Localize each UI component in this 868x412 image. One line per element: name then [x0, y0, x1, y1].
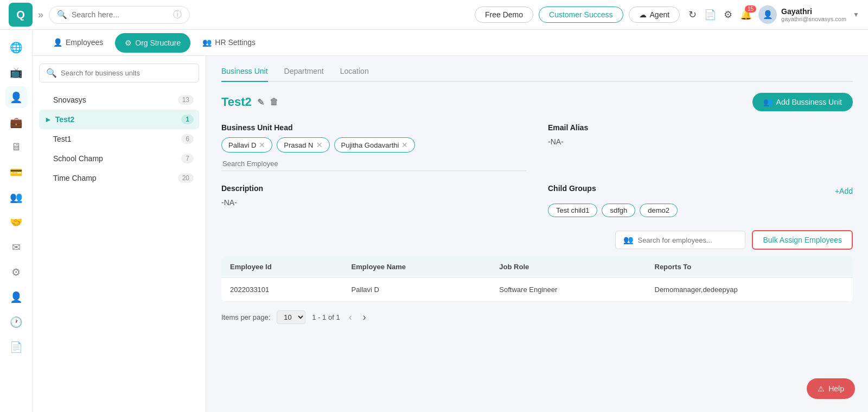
help-button[interactable]: ⚠ Help	[807, 378, 855, 399]
unit-list: Snovasys 13 ► Test2 1 Test1 6 School Cha…	[39, 90, 199, 188]
search-employees-input[interactable]	[637, 236, 737, 244]
search-employees-box: 👥	[615, 231, 745, 249]
email-alias-section: Email Alias -NA-	[548, 123, 853, 171]
cell-employee-id: 2022033101	[221, 278, 343, 302]
col-job-role: Job Role	[490, 256, 646, 278]
agent-button[interactable]: ☁ Agent	[629, 7, 680, 23]
action-row: 👥 Bulk Assign Employees	[221, 230, 853, 250]
col-employee-name: Employee Name	[343, 256, 491, 278]
sidebar-item-mail[interactable]: ✉	[5, 236, 27, 258]
col-employee-id: Employee Id	[221, 256, 343, 278]
document-icon[interactable]: 📄	[704, 9, 716, 21]
sidebar-item-globe[interactable]: 🌐	[5, 36, 27, 58]
tab-org-structure[interactable]: ⚙ Org Structure	[115, 33, 190, 53]
page-title-container: Test2 ✎ 🗑	[221, 95, 278, 109]
customer-success-button[interactable]: Customer Success	[539, 7, 623, 23]
search-units-icon: 🔍	[46, 68, 57, 78]
child-groups-section: Child Groups +Add Test child1 sdfgh demo…	[548, 184, 853, 217]
search-input[interactable]	[72, 10, 170, 19]
sidebar-item-doc[interactable]: 📄	[5, 336, 27, 358]
pagination: Items per page: 10 25 50 1 - 1 of 1 ‹ ›	[221, 310, 853, 324]
bulk-assign-employees-button[interactable]: Bulk Assign Employees	[752, 230, 853, 250]
tab-employees[interactable]: 👤 Employees	[43, 33, 113, 53]
unit-item-time-champ[interactable]: Time Champ 20	[39, 168, 199, 188]
head-tags: Pallavi D ✕ Prasad N ✕ Pujitha Godavarth…	[221, 137, 526, 153]
child-tag-2: sdfgh	[602, 204, 635, 217]
search-units-input[interactable]	[61, 69, 192, 77]
unit-item-test1[interactable]: Test1 6	[39, 129, 199, 149]
unit-item-school-champ[interactable]: School Champ 7	[39, 149, 199, 168]
description-value: -NA-	[221, 198, 526, 207]
sidebar: 🌐 📺 👤 💼 🖥 💳 👥 🤝 ✉ ⚙ 👤 🕐 📄	[0, 30, 33, 412]
left-panel: 🔍 Snovasys 13 ► Test2 1 Test1 6 School C…	[33, 56, 206, 412]
cell-employee-name: Pallavi D	[343, 278, 491, 302]
info-icon: ⓘ	[173, 9, 182, 21]
prev-page-button[interactable]: ‹	[347, 312, 354, 323]
main-layout: 🔍 Snovasys 13 ► Test2 1 Test1 6 School C…	[33, 56, 868, 412]
next-page-button[interactable]: ›	[361, 312, 368, 323]
employee-table: Employee Id Employee Name Job Role Repor…	[221, 256, 853, 302]
tab-hr-settings[interactable]: 👥 HR Settings	[193, 33, 265, 53]
sidebar-item-card[interactable]: 💳	[5, 161, 27, 183]
remove-pallavi[interactable]: ✕	[259, 141, 265, 149]
sidebar-item-team[interactable]: 🤝	[5, 211, 27, 233]
items-per-page-select[interactable]: 10 25 50	[277, 310, 305, 324]
notification-badge: 15	[745, 5, 756, 12]
sidebar-item-monitor[interactable]: 🖥	[5, 136, 27, 158]
org-structure-icon: ⚙	[125, 39, 132, 47]
sidebar-item-gear[interactable]: ⚙	[5, 261, 27, 283]
tag-prasad: Prasad N ✕	[277, 137, 329, 153]
user-name: Gayathri	[781, 7, 846, 16]
email-alias-value: -NA-	[548, 137, 853, 146]
remove-prasad[interactable]: ✕	[316, 141, 323, 149]
sidebar-item-group[interactable]: 👥	[5, 186, 27, 208]
sidebar-item-clock[interactable]: 🕐	[5, 311, 27, 333]
table-row: 2022033101 Pallavi D Software Engineer D…	[221, 278, 853, 302]
right-panel: Business Unit Department Location Test2 …	[206, 56, 868, 412]
unit-item-test2[interactable]: ► Test2 1	[39, 110, 199, 129]
employees-icon: 👤	[53, 38, 62, 47]
user-email: gayathri@snovasys.com	[781, 16, 846, 22]
nav-icons: ↻ 📄 ⚙ 🔔 15	[688, 9, 752, 21]
sidebar-item-user-circle[interactable]: 👤	[5, 286, 27, 308]
cell-job-role: Software Engineer	[490, 278, 646, 302]
email-alias-label: Email Alias	[548, 123, 853, 132]
sidebar-item-briefcase[interactable]: 💼	[5, 111, 27, 133]
child-tag-3: demo2	[640, 204, 678, 217]
expand-icon[interactable]: »	[38, 9, 43, 21]
unit-item-snovasys[interactable]: Snovasys 13	[39, 90, 199, 110]
settings-icon[interactable]: ⚙	[724, 9, 732, 21]
help-icon: ⚠	[818, 384, 825, 393]
sidebar-item-tv[interactable]: 📺	[5, 61, 27, 83]
delete-icon[interactable]: 🗑	[270, 97, 278, 107]
unit-arrow: ►	[44, 115, 52, 124]
content-tabs: Business Unit Department Location	[221, 67, 853, 82]
global-search: 🔍 ⓘ	[49, 6, 190, 24]
child-groups-header: Child Groups +Add	[548, 184, 853, 198]
tab-location[interactable]: Location	[340, 67, 369, 82]
child-tag-1: Test child1	[548, 204, 597, 217]
form-grid: Business Unit Head Pallavi D ✕ Prasad N …	[221, 123, 853, 217]
notification-icon[interactable]: 🔔 15	[740, 9, 752, 21]
search-icon: 🔍	[57, 10, 67, 20]
business-unit-head-label: Business Unit Head	[221, 123, 526, 132]
avatar: 👤	[758, 5, 777, 24]
sidebar-item-person[interactable]: 👤	[5, 86, 27, 108]
tag-pallavi: Pallavi D ✕	[221, 137, 272, 153]
agent-icon: ☁	[639, 10, 647, 19]
search-employee-input[interactable]	[221, 157, 526, 171]
search-employees-icon: 👥	[623, 235, 634, 245]
refresh-icon[interactable]: ↻	[688, 9, 697, 21]
child-groups-label: Child Groups	[548, 184, 596, 193]
edit-icon[interactable]: ✎	[257, 97, 264, 107]
sub-nav: 👤 Employees ⚙ Org Structure 👥 HR Setting…	[33, 30, 868, 56]
add-child-group-link[interactable]: +Add	[835, 187, 853, 195]
top-nav: Q » 🔍 ⓘ Free Demo Customer Success ☁ Age…	[0, 0, 868, 30]
free-demo-button[interactable]: Free Demo	[475, 7, 533, 23]
tab-business-unit[interactable]: Business Unit	[221, 67, 268, 82]
tab-department[interactable]: Department	[284, 67, 324, 82]
hr-settings-icon: 👥	[202, 38, 212, 47]
remove-pujitha[interactable]: ✕	[401, 141, 408, 149]
user-dropdown-arrow[interactable]: ▼	[853, 11, 859, 18]
add-business-unit-button[interactable]: 👥 Add Bussiness Unit	[752, 93, 853, 111]
